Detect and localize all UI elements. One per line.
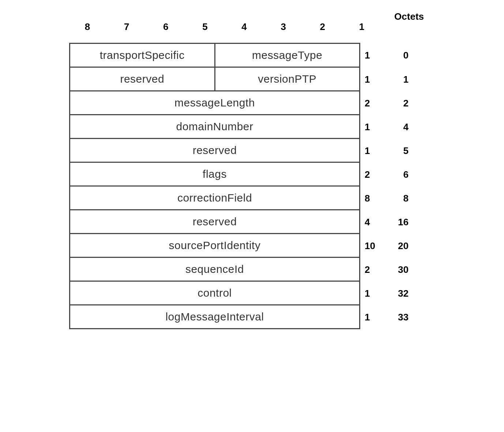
field-group: control [69,282,360,305]
row-meta: 10 [360,43,409,68]
row-meta: 132 [360,282,409,305]
bit-number: 6 [158,21,173,33]
field-group: reserved [69,210,360,234]
offset-value: 4 [387,121,409,133]
field-group: flags [69,163,360,187]
field-cell: reserved [70,210,359,233]
row-meta: 11 [360,68,409,91]
field-cell: versionPTP [214,68,360,90]
field-cell: transportSpecific [70,44,214,67]
field-cell: sourcePortIdentity [70,234,359,257]
length-value: 1 [365,312,387,323]
octets-title: Octets [394,11,424,22]
field-group: domainNumber [69,115,360,139]
offset-value: 8 [387,193,409,204]
field-cell: logMessageInterval [70,305,359,328]
offset-value: 16 [387,217,409,228]
field-cell: correctionField [70,187,359,209]
length-value: 1 [365,74,387,85]
offset-value: 33 [387,312,409,323]
length-value: 1 [365,145,387,157]
row-meta: 88 [360,187,409,210]
field-group: reserved [69,139,360,163]
row-meta: 26 [360,163,409,187]
row-meta: 14 [360,115,409,139]
field-cell: messageType [214,44,360,67]
field-cell: domainNumber [70,115,359,138]
field-group: transportSpecificmessageType [69,43,360,68]
bit-number: 4 [237,21,252,33]
length-value: 4 [365,217,387,228]
length-value: 8 [365,193,387,204]
length-value: 1 [365,50,387,61]
offset-value: 20 [387,240,409,252]
field-group: messageLength [69,91,360,115]
field-cell: sequenceId [70,258,359,281]
field-row: reserved416 [69,210,435,234]
field-group: sequenceId [69,258,360,282]
packet-header-diagram: Octets 87654321 transportSpecificmessage… [69,15,435,329]
row-meta: 416 [360,210,409,234]
offset-value: 2 [387,98,409,109]
field-group: correctionField [69,187,360,210]
bit-number: 7 [119,21,134,33]
field-row: control132 [69,282,435,305]
field-row: reserved15 [69,139,435,163]
field-cell: reserved [70,68,214,90]
row-meta: 15 [360,139,409,163]
row-meta: 22 [360,91,409,115]
offset-value: 1 [387,74,409,85]
length-value: 1 [365,288,387,299]
field-cell: flags [70,163,359,185]
field-cell: messageLength [70,91,359,114]
field-row: domainNumber14 [69,115,435,139]
field-row: logMessageInterval133 [69,305,435,329]
offset-value: 30 [387,264,409,275]
length-value: 2 [365,169,387,180]
field-row: sourcePortIdentity1020 [69,234,435,258]
length-value: 1 [365,121,387,133]
field-row: sequenceId230 [69,258,435,282]
field-group: reservedversionPTP [69,68,360,91]
field-row: transportSpecificmessageType10 [69,43,435,68]
offset-value: 5 [387,145,409,157]
field-row: correctionField88 [69,187,435,210]
field-group: sourcePortIdentity [69,234,360,258]
field-group: logMessageInterval [69,305,360,329]
bit-number: 3 [276,21,291,33]
bit-number: 5 [198,21,212,33]
offset-value: 6 [387,169,409,180]
field-rows: transportSpecificmessageType10reservedve… [69,43,435,329]
field-row: flags26 [69,163,435,187]
row-meta: 1020 [360,234,409,258]
bit-number: 1 [354,21,369,33]
bit-number: 2 [315,21,330,33]
offset-value: 32 [387,288,409,299]
bit-number-header: 87654321 [73,15,376,43]
field-cell: control [70,282,359,304]
field-cell: reserved [70,139,359,162]
bit-number: 8 [80,21,95,33]
row-meta: 230 [360,258,409,282]
field-row: reservedversionPTP11 [69,68,435,91]
field-row: messageLength22 [69,91,435,115]
length-value: 10 [365,240,387,252]
offset-value: 0 [387,50,409,61]
row-meta: 133 [360,305,409,329]
length-value: 2 [365,264,387,275]
length-value: 2 [365,98,387,109]
